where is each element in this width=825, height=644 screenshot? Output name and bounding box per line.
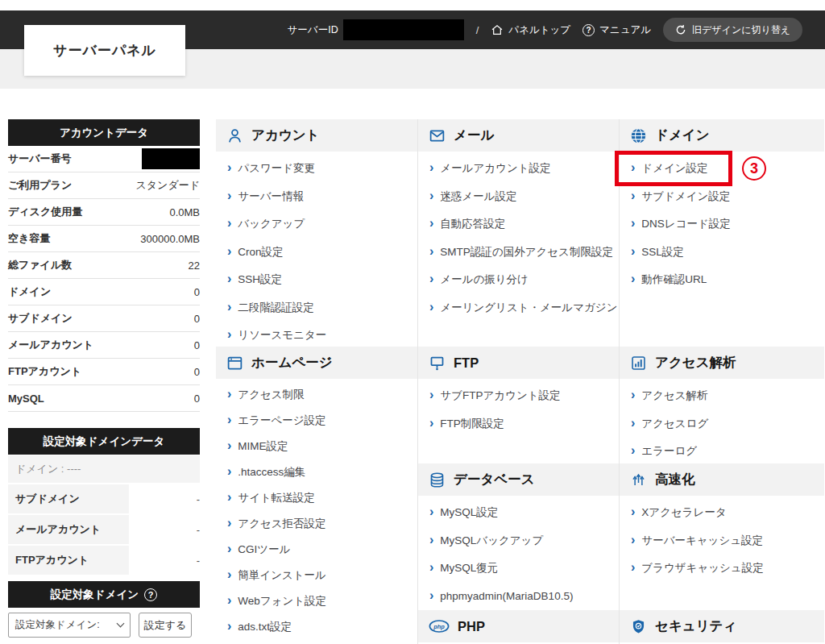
section-security-header: セキュリティ (620, 610, 824, 642)
target-domain-rows: サブドメイン - メールアカウント - FTPアカウント - (8, 484, 200, 575)
row-label: MySQL (8, 393, 44, 405)
row-value: スタンダード (135, 178, 200, 193)
switch-old-design-button[interactable]: 旧デザインに切り替え (663, 18, 802, 42)
menu-link[interactable]: MySQL復元 (418, 555, 619, 583)
set-domain-button[interactable]: 設定する (139, 613, 192, 638)
sidebar-data-row: ドメイン 0 (8, 279, 200, 305)
menu-link[interactable]: アクセス解析 (620, 382, 824, 410)
row-value: 300000.0MB (140, 233, 200, 245)
menu-link[interactable]: .htaccess編集 (216, 459, 417, 485)
menu-link[interactable]: サイト転送設定 (216, 485, 417, 511)
section-account: アカウント パスワード変更 サーバー情報 バックアップ Cron設定 SSH設定… (216, 119, 417, 347)
row-label: FTPアカウント (8, 546, 129, 575)
section-database-header: データベース (418, 463, 619, 496)
menu-link[interactable]: エラーログ (620, 438, 824, 466)
row-value: 0.0MB (169, 206, 200, 218)
row-label: メールアカウント (8, 515, 129, 544)
menu-link[interactable]: MySQLバックアップ (418, 527, 619, 555)
menu-link[interactable]: バックアップ (216, 210, 417, 239)
menu-link[interactable]: サーバー情報 (216, 183, 417, 211)
menu-link[interactable]: ドメイン設定 3 (620, 155, 824, 183)
menu-link[interactable]: エラーページ設定 (216, 408, 417, 434)
row-label: ディスク使用量 (8, 205, 82, 219)
server-id-redacted (343, 19, 464, 40)
logo-text: サーバーパネル (53, 41, 156, 60)
manual-link[interactable]: マニュアル (582, 23, 651, 37)
target-domain-controls: 設定対象ドメイン: 設定する (8, 613, 200, 638)
section-mail-header: メール (418, 119, 619, 152)
account-data-header: アカウントデータ (8, 119, 200, 146)
sidebar-data-row: メールアカウント 0 (8, 332, 200, 359)
sidebar: アカウントデータ サーバー番号 ご利用プラン スタンダード ディスク使用量 0.… (8, 119, 200, 638)
section-speedup-header: 高速化 (620, 463, 824, 496)
server-panel-logo: サーバーパネル (24, 25, 185, 76)
menu-link[interactable]: メールアカウント設定 (418, 155, 619, 183)
php-icon: php (429, 619, 450, 634)
menu-link[interactable]: メーリングリスト・メールマガジン (418, 294, 619, 322)
globe-icon (630, 127, 647, 144)
shield-icon (630, 618, 647, 635)
domain-select[interactable]: 設定対象ドメイン: (8, 613, 131, 638)
menu-link[interactable]: 動作確認URL (620, 266, 824, 294)
menu-link[interactable]: Xアクセラレータ (620, 499, 824, 527)
menu-link[interactable]: サブFTPアカウント設定 (418, 382, 619, 410)
menu-link[interactable]: SMTP認証の国外アクセス制限設定 (418, 239, 619, 267)
help-icon[interactable] (144, 588, 157, 601)
menu-link[interactable]: Webフォント設定 (216, 588, 417, 614)
menu-link[interactable]: MySQL設定 (418, 499, 619, 527)
row-value: 22 (189, 260, 200, 272)
section-account-header: アカウント (216, 119, 417, 152)
menu-link[interactable]: CGIツール (216, 537, 417, 563)
menu-link[interactable]: アクセスログ (620, 410, 824, 438)
menu-link[interactable]: パスワード変更 (216, 155, 417, 183)
section-ftp: FTP サブFTPアカウント設定 FTP制限設定 (418, 347, 619, 463)
menu-link[interactable]: リソースモニター (216, 322, 417, 350)
current-domain-banner: ドメイン : ---- (8, 455, 200, 483)
ftp-monitor-icon (429, 355, 446, 372)
menu-link[interactable]: アクセス拒否設定 (216, 511, 417, 537)
sidebar-data-row: ご利用プラン スタンダード (8, 172, 200, 199)
separator: / (476, 24, 479, 36)
menu-link[interactable]: 自動応答設定 (418, 210, 619, 239)
menu-column-2: メール メールアカウント設定 迷惑メール設定 自動応答設定 SMTP認証の国外ア… (417, 119, 619, 644)
menu-link[interactable]: 迷惑メール設定 (418, 183, 619, 211)
menu-link[interactable]: phpmyadmin(MariaDB10.5) (418, 583, 619, 611)
menu-link[interactable]: ads.txt設定 (216, 614, 417, 640)
menu-link[interactable]: MIME設定 (216, 434, 417, 459)
row-label: 空き容量 (8, 231, 50, 246)
menu-link[interactable]: SSL設定 (620, 239, 824, 267)
menu-link[interactable]: SSH設定 (216, 266, 417, 294)
annotation-circle: 3 (742, 156, 766, 181)
speed-up-arrows-icon (630, 472, 647, 488)
row-value: - (129, 546, 200, 575)
row-value: 0 (194, 393, 200, 405)
menu-link[interactable]: 簡単インストール (216, 563, 417, 588)
section-homepage-header: ホームページ (216, 347, 417, 379)
row-value: 0 (194, 339, 200, 351)
menu-link[interactable]: アクセス制限 (216, 382, 417, 408)
section-access-analysis-header: アクセス解析 (620, 347, 824, 379)
server-id-label: サーバーID (288, 23, 338, 37)
refresh-icon (675, 24, 686, 35)
home-icon (491, 23, 504, 36)
menu-link[interactable]: メールの振り分け (418, 266, 619, 294)
section-security: セキュリティ (620, 610, 824, 644)
sidebar-domain-row: サブドメイン - (8, 484, 200, 513)
menu-link[interactable]: FTP制限設定 (418, 410, 619, 438)
panel-top-link[interactable]: パネルトップ (491, 23, 570, 37)
sidebar-data-row: FTPアカウント 0 (8, 359, 200, 385)
panel-top-label: パネルトップ (508, 23, 570, 37)
section-database: データベース MySQL設定 MySQLバックアップ MySQL復元 phpmy… (418, 463, 619, 610)
section-ftp-header: FTP (418, 347, 619, 379)
menu-link[interactable]: ブラウザキャッシュ設定 (620, 555, 824, 583)
menu-link[interactable]: DNSレコード設定 (620, 210, 824, 239)
menu-link[interactable]: 二段階認証設定 (216, 294, 417, 322)
menu-link[interactable]: Cron設定 (216, 239, 417, 267)
row-value: - (129, 515, 200, 544)
row-value: 0 (194, 286, 200, 298)
row-value (142, 148, 200, 169)
menu-link[interactable]: サーバーキャッシュ設定 (620, 527, 824, 555)
section-domain: ドメイン ドメイン設定 3 サブドメイン設定 DNSレコード設定 SSL設定 動… (620, 119, 824, 347)
menu-link[interactable]: サブドメイン設定 (620, 183, 824, 211)
browser-window-icon (226, 355, 243, 372)
